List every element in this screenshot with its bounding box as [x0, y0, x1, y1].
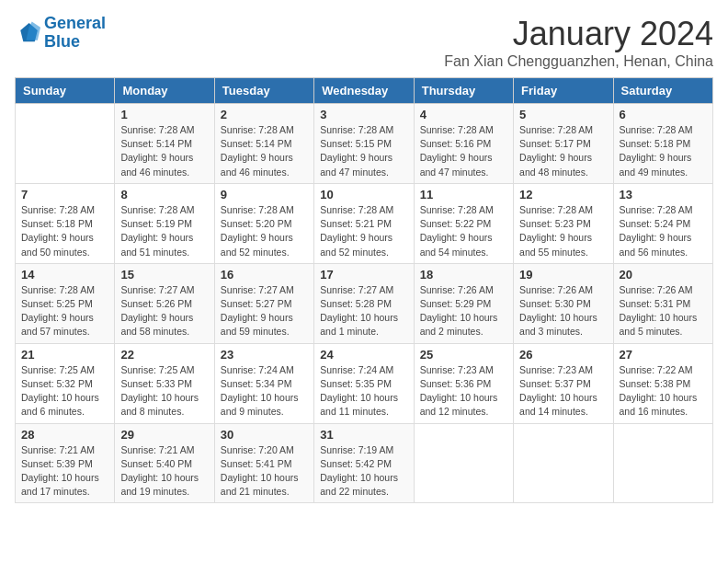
day-number: 5: [519, 108, 607, 121]
day-number: 12: [519, 188, 607, 201]
day-info: Sunrise: 7:26 AMSunset: 5:29 PMDaylight:…: [420, 283, 507, 339]
day-info: Sunrise: 7:27 AMSunset: 5:26 PMDaylight:…: [120, 283, 208, 339]
day-number: 29: [120, 428, 208, 442]
day-info: Sunrise: 7:28 AMSunset: 5:19 PMDaylight:…: [120, 203, 208, 259]
day-number: 14: [21, 268, 108, 282]
calendar-cell: 24Sunrise: 7:24 AMSunset: 5:35 PMDayligh…: [314, 343, 414, 423]
logo-icon: [15, 20, 40, 46]
day-number: 17: [320, 268, 407, 282]
calendar-cell: 8Sunrise: 7:28 AMSunset: 5:19 PMDaylight…: [115, 183, 214, 263]
header: General Blue January 2024 Fan Xian Cheng…: [15, 15, 713, 70]
location-title: Fan Xian Chengguanzhen, Henan, China: [444, 53, 713, 70]
calendar-cell: [414, 423, 513, 503]
calendar-cell: 19Sunrise: 7:26 AMSunset: 5:30 PMDayligh…: [514, 263, 613, 343]
header-cell-wednesday: Wednesday: [314, 78, 414, 104]
day-info: Sunrise: 7:28 AMSunset: 5:22 PMDaylight:…: [420, 203, 507, 259]
header-row: SundayMondayTuesdayWednesdayThursdayFrid…: [16, 78, 713, 104]
calendar-cell: [613, 423, 712, 503]
day-info: Sunrise: 7:28 AMSunset: 5:25 PMDaylight:…: [21, 283, 108, 339]
day-number: 3: [320, 108, 407, 121]
day-number: 27: [620, 348, 707, 362]
day-info: Sunrise: 7:28 AMSunset: 5:18 PMDaylight:…: [620, 123, 707, 179]
day-number: 11: [420, 188, 507, 201]
day-info: Sunrise: 7:28 AMSunset: 5:18 PMDaylight:…: [21, 203, 108, 259]
calendar-cell: 7Sunrise: 7:28 AMSunset: 5:18 PMDaylight…: [16, 183, 115, 263]
calendar-cell: [16, 104, 115, 184]
calendar-cell: 11Sunrise: 7:28 AMSunset: 5:22 PMDayligh…: [414, 183, 513, 263]
calendar-cell: 16Sunrise: 7:27 AMSunset: 5:27 PMDayligh…: [214, 263, 313, 343]
day-info: Sunrise: 7:28 AMSunset: 5:16 PMDaylight:…: [420, 123, 507, 179]
day-number: 25: [420, 348, 507, 362]
calendar-cell: 13Sunrise: 7:28 AMSunset: 5:24 PMDayligh…: [613, 183, 712, 263]
day-number: 2: [221, 108, 308, 121]
day-info: Sunrise: 7:24 AMSunset: 5:34 PMDaylight:…: [221, 363, 308, 419]
day-number: 4: [420, 108, 507, 121]
calendar-cell: 31Sunrise: 7:19 AMSunset: 5:42 PMDayligh…: [314, 423, 414, 503]
day-number: 20: [620, 268, 707, 282]
calendar-cell: 22Sunrise: 7:25 AMSunset: 5:33 PMDayligh…: [115, 343, 214, 423]
calendar-cell: 14Sunrise: 7:28 AMSunset: 5:25 PMDayligh…: [16, 263, 115, 343]
day-info: Sunrise: 7:26 AMSunset: 5:31 PMDaylight:…: [620, 283, 707, 339]
calendar-cell: 3Sunrise: 7:28 AMSunset: 5:15 PMDaylight…: [314, 104, 414, 184]
calendar-cell: 15Sunrise: 7:27 AMSunset: 5:26 PMDayligh…: [115, 263, 214, 343]
day-info: Sunrise: 7:21 AMSunset: 5:40 PMDaylight:…: [120, 443, 208, 500]
calendar-cell: 27Sunrise: 7:22 AMSunset: 5:38 PMDayligh…: [613, 343, 712, 423]
day-info: Sunrise: 7:28 AMSunset: 5:14 PMDaylight:…: [120, 123, 208, 179]
day-number: 6: [620, 108, 707, 121]
day-info: Sunrise: 7:28 AMSunset: 5:21 PMDaylight:…: [320, 203, 407, 259]
day-info: Sunrise: 7:24 AMSunset: 5:35 PMDaylight:…: [320, 363, 407, 419]
day-number: 23: [221, 348, 308, 362]
calendar-week-2: 7Sunrise: 7:28 AMSunset: 5:18 PMDaylight…: [16, 183, 713, 263]
calendar-week-5: 28Sunrise: 7:21 AMSunset: 5:39 PMDayligh…: [16, 423, 713, 503]
day-info: Sunrise: 7:27 AMSunset: 5:27 PMDaylight:…: [221, 283, 308, 339]
calendar-cell: 9Sunrise: 7:28 AMSunset: 5:20 PMDaylight…: [214, 183, 313, 263]
calendar-cell: 29Sunrise: 7:21 AMSunset: 5:40 PMDayligh…: [115, 423, 214, 503]
calendar-cell: 25Sunrise: 7:23 AMSunset: 5:36 PMDayligh…: [414, 343, 513, 423]
day-info: Sunrise: 7:26 AMSunset: 5:30 PMDaylight:…: [519, 283, 607, 339]
calendar-week-1: 1Sunrise: 7:28 AMSunset: 5:14 PMDaylight…: [16, 104, 713, 184]
calendar-cell: 26Sunrise: 7:23 AMSunset: 5:37 PMDayligh…: [514, 343, 613, 423]
day-number: 18: [420, 268, 507, 282]
day-number: 31: [320, 428, 407, 442]
calendar-cell: 18Sunrise: 7:26 AMSunset: 5:29 PMDayligh…: [414, 263, 513, 343]
day-info: Sunrise: 7:27 AMSunset: 5:28 PMDaylight:…: [320, 283, 407, 339]
calendar-cell: 2Sunrise: 7:28 AMSunset: 5:14 PMDaylight…: [214, 104, 313, 184]
day-info: Sunrise: 7:28 AMSunset: 5:20 PMDaylight:…: [221, 203, 308, 259]
calendar-cell: 30Sunrise: 7:20 AMSunset: 5:41 PMDayligh…: [214, 423, 313, 503]
calendar-cell: 4Sunrise: 7:28 AMSunset: 5:16 PMDaylight…: [414, 104, 513, 184]
day-info: Sunrise: 7:28 AMSunset: 5:23 PMDaylight:…: [519, 203, 607, 259]
day-number: 15: [120, 268, 208, 282]
day-info: Sunrise: 7:28 AMSunset: 5:15 PMDaylight:…: [320, 123, 407, 179]
calendar-cell: 12Sunrise: 7:28 AMSunset: 5:23 PMDayligh…: [514, 183, 613, 263]
header-cell-friday: Friday: [514, 78, 613, 104]
header-cell-sunday: Sunday: [16, 78, 115, 104]
day-number: 13: [620, 188, 707, 201]
day-info: Sunrise: 7:23 AMSunset: 5:36 PMDaylight:…: [420, 363, 507, 419]
calendar-cell: 17Sunrise: 7:27 AMSunset: 5:28 PMDayligh…: [314, 263, 414, 343]
calendar-table: SundayMondayTuesdayWednesdayThursdayFrid…: [15, 77, 713, 503]
header-cell-saturday: Saturday: [613, 78, 712, 104]
calendar-cell: 21Sunrise: 7:25 AMSunset: 5:32 PMDayligh…: [16, 343, 115, 423]
calendar-cell: 10Sunrise: 7:28 AMSunset: 5:21 PMDayligh…: [314, 183, 414, 263]
logo-text: General Blue: [44, 15, 106, 52]
day-info: Sunrise: 7:28 AMSunset: 5:24 PMDaylight:…: [620, 203, 707, 259]
calendar-cell: 20Sunrise: 7:26 AMSunset: 5:31 PMDayligh…: [613, 263, 712, 343]
day-number: 16: [221, 268, 308, 282]
calendar-cell: 5Sunrise: 7:28 AMSunset: 5:17 PMDaylight…: [514, 104, 613, 184]
header-cell-monday: Monday: [115, 78, 214, 104]
day-info: Sunrise: 7:25 AMSunset: 5:33 PMDaylight:…: [120, 363, 208, 419]
calendar-cell: [514, 423, 613, 503]
calendar-week-3: 14Sunrise: 7:28 AMSunset: 5:25 PMDayligh…: [16, 263, 713, 343]
day-number: 24: [320, 348, 407, 362]
logo: General Blue: [15, 15, 106, 52]
day-info: Sunrise: 7:23 AMSunset: 5:37 PMDaylight:…: [519, 363, 607, 419]
header-cell-tuesday: Tuesday: [214, 78, 313, 104]
day-info: Sunrise: 7:22 AMSunset: 5:38 PMDaylight:…: [620, 363, 707, 419]
month-title: January 2024: [444, 15, 713, 53]
day-number: 22: [120, 348, 208, 362]
day-number: 26: [519, 348, 607, 362]
day-number: 9: [221, 188, 308, 201]
day-number: 21: [21, 348, 108, 362]
calendar-cell: 1Sunrise: 7:28 AMSunset: 5:14 PMDaylight…: [115, 104, 214, 184]
day-info: Sunrise: 7:25 AMSunset: 5:32 PMDaylight:…: [21, 363, 108, 419]
